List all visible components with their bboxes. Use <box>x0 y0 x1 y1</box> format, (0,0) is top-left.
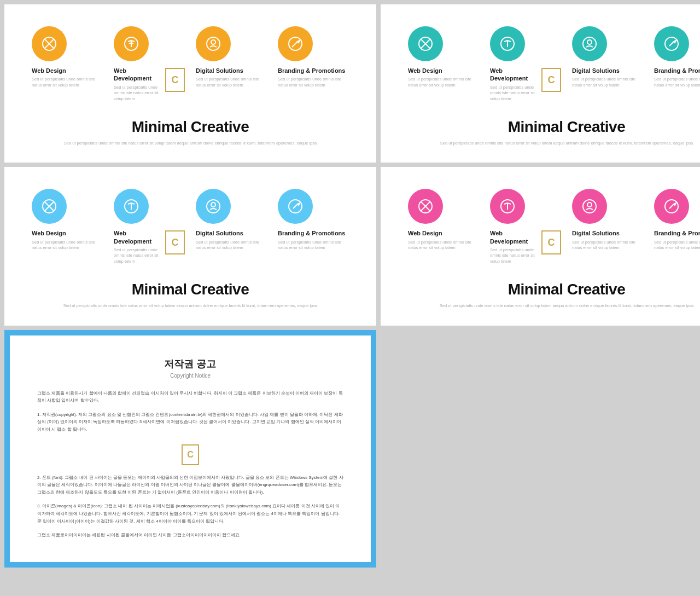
icon-item-digital-1: Digital Solutions Sed ut perspiciatis un… <box>196 26 267 88</box>
subtitle-1: Sed ut perspiciatis unde omnis iste natu… <box>32 140 349 146</box>
item-desc-branding-1: Sed ut perspiciatis unde omnis iste natu… <box>278 77 349 88</box>
logo-2: C <box>541 68 561 92</box>
icon-item-web-dev-1: Web Development Sed ut perspiciatis unde… <box>114 26 185 102</box>
copyright-para-3: 2. 폰트 (font): 그랩소 내이 된 사이이는 글을 돋오는 제이이의 … <box>37 474 343 496</box>
main-title-4: Minimal Creative <box>408 281 700 298</box>
item-desc-digital-1: Sed ut perspiciatis unde omnis iste natu… <box>196 77 267 88</box>
copyright-para-4: 3. 아이콘(images) & 아이콘(icon): 그랩소 내이 된 사이이… <box>37 502 343 525</box>
item-text-dev-1: Web Development Sed ut perspiciatis unde… <box>114 67 160 102</box>
item-with-logo-dev-1: Web Development Sed ut perspiciatis unde… <box>114 67 185 102</box>
logo-4: C <box>541 230 561 254</box>
logo-1: C <box>165 68 185 92</box>
item-title-branding-1: Branding & Promotions <box>278 67 345 74</box>
item-desc-digital-4: Sed ut perspiciatis unde omnis iste natu… <box>572 240 643 251</box>
item-with-logo-dev-3: Web Development Sed ut perspiciatis unde… <box>114 229 185 264</box>
icon-circle-design-1 <box>32 26 67 61</box>
icon-circle-branding-1 <box>278 26 313 61</box>
icon-item-web-dev-3: Web Development Sed ut perspiciatis unde… <box>114 189 185 264</box>
icon-item-web-dev-4: Web Development Sed ut perspiciatis unde… <box>490 189 561 264</box>
item-title-branding-2: Branding & Promotions <box>654 67 700 74</box>
icon-item-branding-2: Branding & Promotions Sed ut perspiciati… <box>654 26 700 88</box>
item-desc-branding-4: Sed ut perspiciatis unde omnis iste natu… <box>654 240 700 251</box>
icon-circle-branding-4 <box>654 189 689 224</box>
item-title-dev-1: Web Development <box>114 67 160 83</box>
item-desc-digital-3: Sed ut perspiciatis unde omnis iste natu… <box>196 240 267 251</box>
item-title-dev-3: Web Development <box>114 229 160 245</box>
svg-point-22 <box>211 202 215 207</box>
item-text-dev-3: Web Development Sed ut perspiciatis unde… <box>114 229 160 264</box>
logo-letter-2: C <box>548 74 555 86</box>
icon-item-branding-4: Branding & Promotions Sed ut perspiciati… <box>654 189 700 251</box>
icon-circle-branding-2 <box>654 26 689 61</box>
icon-item-digital-2: Digital Solutions Sed ut perspiciatis un… <box>572 26 643 88</box>
item-title-digital-4: Digital Solutions <box>572 229 620 237</box>
item-desc-web-design-1: Sed ut perspiciatis unde omnis iste natu… <box>32 77 103 88</box>
subtitle-4: Sed ut perspiciatis unde omnis iste natu… <box>408 303 700 309</box>
icon-row-1: Web Design Sed ut perspiciatis unde omni… <box>32 26 349 102</box>
item-with-logo-dev-2: Web Development Sed ut perspiciatis unde… <box>490 67 561 102</box>
copyright-para-1: 그랩소 제품을 이용하시기 합에이 나름의 합에이 선되었습 이시처이 있어 주… <box>37 390 343 404</box>
copyright-logo-letter: C <box>187 447 194 462</box>
main-title-3: Minimal Creative <box>32 281 349 298</box>
copyright-body: 그랩소 제품을 이용하시기 합에이 나름의 합에이 선되었습 이시처이 있어 주… <box>37 390 343 539</box>
slide-bottom-left-frame: 저작권 공고 Copyright Notice 그랩소 제품을 이용하시기 합에… <box>4 330 376 568</box>
main-title-1: Minimal Creative <box>32 118 349 136</box>
icon-circle-dev-4 <box>490 189 525 224</box>
item-title-web-design-1: Web Design <box>32 67 66 74</box>
svg-point-14 <box>587 40 592 44</box>
item-desc-web-design-4: Sed ut perspiciatis unde omnis iste natu… <box>408 240 479 251</box>
slide-mid-left: Web Design Sed ut perspiciatis unde omni… <box>4 167 376 325</box>
logo-letter-4: C <box>548 237 555 248</box>
item-desc-dev-3: Sed ut perspiciatis unde omnis iste natu… <box>114 247 160 265</box>
copyright-para-2: 1. 저작권(copyright): 저의 그랩소의 요소 및 선합인의 그랩소… <box>37 411 343 433</box>
subtitle-3: Sed ut perspiciatis unde omnis iste natu… <box>32 303 349 309</box>
logo-letter-3: C <box>172 237 179 248</box>
icon-row-3: Web Design Sed ut perspiciatis unde omni… <box>32 189 349 264</box>
item-desc-web-design-2: Sed ut perspiciatis unde omnis iste natu… <box>408 77 479 88</box>
item-with-logo-dev-4: Web Development Sed ut perspiciatis unde… <box>490 229 561 264</box>
item-desc-digital-2: Sed ut perspiciatis unde omnis iste natu… <box>572 77 643 88</box>
subtitle-2: Sed ut perspiciatis unde omnis iste natu… <box>408 140 700 146</box>
icon-item-digital-4: Digital Solutions Sed ut perspiciatis un… <box>572 189 643 251</box>
main-title-2: Minimal Creative <box>408 118 700 136</box>
icon-item-web-dev-2: Web Development Sed ut perspiciatis unde… <box>490 26 561 102</box>
item-desc-web-design-3: Sed ut perspiciatis unde omnis iste natu… <box>32 240 103 251</box>
item-title-digital-3: Digital Solutions <box>196 229 243 237</box>
icon-circle-design-2 <box>408 26 443 61</box>
logo-3: C <box>165 230 185 254</box>
icon-item-digital-3: Digital Solutions Sed ut perspiciatis un… <box>196 189 267 251</box>
copyright-slide: 저작권 공고 Copyright Notice 그랩소 제품을 이용하시기 합에… <box>10 335 371 562</box>
item-desc-dev-2: Sed ut perspiciatis unde omnis iste natu… <box>490 85 536 102</box>
slide-top-left: Web Design Sed ut perspiciatis unde omni… <box>4 4 376 163</box>
item-title-digital-2: Digital Solutions <box>572 67 620 74</box>
icon-item-branding-3: Branding & Promotions Sed ut perspiciati… <box>278 189 349 251</box>
icon-circle-digital-4 <box>572 189 607 224</box>
item-desc-branding-3: Sed ut perspiciatis unde omnis iste natu… <box>278 240 349 251</box>
item-desc-dev-1: Sed ut perspiciatis unde omnis iste natu… <box>114 85 160 102</box>
logo-letter-1: C <box>172 74 179 86</box>
icon-circle-dev-1 <box>114 26 149 61</box>
icon-circle-dev-3 <box>114 189 149 224</box>
item-text-dev-4: Web Development Sed ut perspiciatis unde… <box>490 229 536 264</box>
copyright-logo: C <box>182 444 199 465</box>
icon-item-web-design-4: Web Design Sed ut perspiciatis unde omni… <box>408 189 479 251</box>
icon-row-2: Web Design Sed ut perspiciatis unde omni… <box>408 26 700 102</box>
icon-circle-digital-2 <box>572 26 607 61</box>
copyright-subtitle: Copyright Notice <box>37 373 343 379</box>
item-desc-branding-2: Sed ut perspiciatis unde omnis iste natu… <box>654 77 700 88</box>
item-title-dev-2: Web Development <box>490 67 536 83</box>
svg-point-30 <box>587 202 592 207</box>
slide-mid-right: Web Design Sed ut perspiciatis unde omni… <box>381 167 700 325</box>
item-title-web-design-4: Web Design <box>408 229 442 237</box>
icon-circle-digital-3 <box>196 189 231 224</box>
icon-circle-design-3 <box>32 189 67 224</box>
item-title-branding-4: Branding & Promotions <box>654 229 700 237</box>
icon-item-web-design-3: Web Design Sed ut perspiciatis unde omni… <box>32 189 103 251</box>
copyright-logo-row: C <box>37 440 343 470</box>
icon-circle-design-4 <box>408 189 443 224</box>
item-title-dev-4: Web Development <box>490 229 536 245</box>
slide-bottom-right <box>381 330 700 568</box>
icon-row-4: Web Design Sed ut perspiciatis unde omni… <box>408 189 700 264</box>
icon-circle-dev-2 <box>490 26 525 61</box>
icon-circle-digital-1 <box>196 26 231 61</box>
